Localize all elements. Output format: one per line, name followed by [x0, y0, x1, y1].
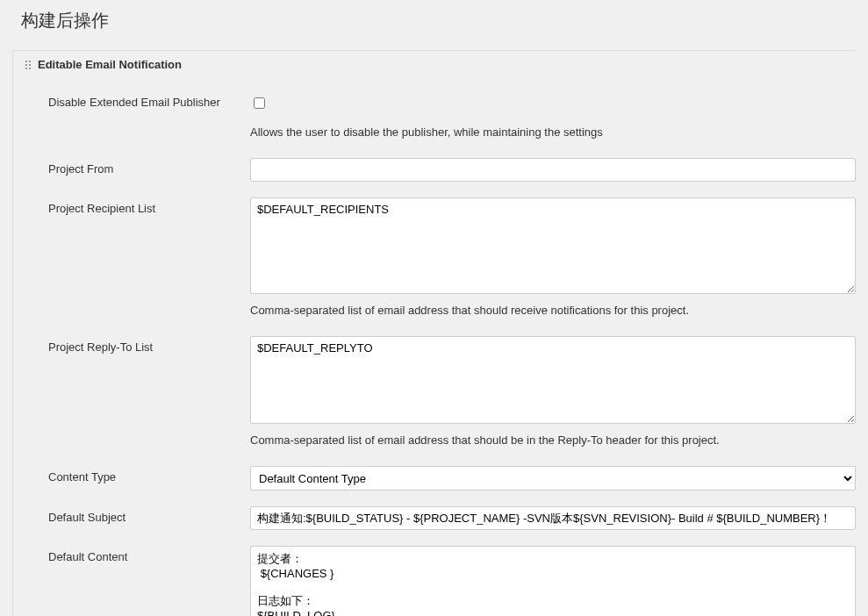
default-content-label: Default Content	[48, 546, 250, 563]
content-type-select[interactable]: Default Content Type	[250, 466, 856, 491]
email-notification-section: Editable Email Notification Disable Exte…	[12, 50, 856, 616]
page-title: 构建后操作	[0, 0, 868, 50]
default-content-textarea[interactable]	[250, 546, 856, 616]
reply-to-list-textarea[interactable]	[250, 336, 856, 424]
default-subject-input[interactable]	[250, 506, 856, 530]
drag-handle-icon[interactable]	[24, 59, 32, 71]
default-subject-label: Default Subject	[48, 506, 250, 524]
disable-publisher-checkbox[interactable]	[254, 97, 265, 109]
content-type-label: Content Type	[48, 466, 250, 483]
disable-publisher-help: Allows the user to disable the publisher…	[250, 118, 856, 151]
project-from-label: Project From	[48, 158, 250, 175]
reply-to-list-help: Comma-separated list of email address th…	[250, 426, 856, 459]
section-title: Editable Email Notification	[38, 58, 182, 71]
reply-to-list-label: Project Reply-To List	[48, 336, 250, 354]
section-header: Editable Email Notification	[13, 51, 856, 79]
disable-publisher-label: Disable Extended Email Publisher	[48, 91, 250, 109]
project-from-input[interactable]	[250, 158, 856, 182]
recipient-list-help: Comma-separated list of email address th…	[250, 297, 856, 329]
recipient-list-textarea[interactable]	[250, 197, 856, 294]
recipient-list-label: Project Recipient List	[48, 197, 250, 215]
